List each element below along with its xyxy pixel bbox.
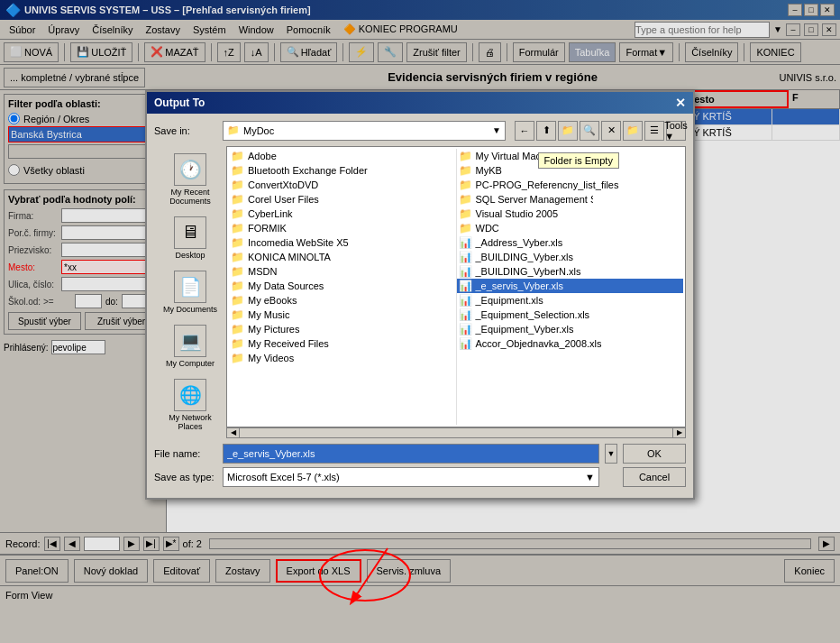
folder2-button[interactable]: 📁 [623, 121, 643, 141]
cancel-button[interactable]: Cancel [623, 467, 686, 487]
save-type-arrow: ▼ [585, 472, 595, 482]
arrow-annotation [315, 539, 424, 611]
up-button[interactable]: ⬆ [536, 121, 556, 141]
folder-empty-tooltip: Folder is Empty [538, 152, 619, 169]
list-item[interactable]: 📁ConvertXtoDVD [229, 178, 456, 192]
list-item[interactable]: 📁PC-PROG_Referencny_list_files [457, 178, 684, 192]
list-item[interactable]: 📊_Equipment.xls [457, 293, 684, 308]
list-item[interactable]: 📁KONICA MINOLTA [229, 250, 456, 264]
back-button[interactable]: ← [515, 121, 534, 141]
folder-icon: 📁 [231, 207, 244, 220]
dialog-toolbar: ← ⬆ 📁 🔍 ✕ 📁 ☰ Tools ▼ [515, 121, 686, 141]
list-item[interactable]: 📊Accor_Objednavka_2008.xls [457, 336, 684, 351]
file-list-container: 📁Adobe 📁Bluetooth Exchange Folder 📁Conve… [226, 146, 686, 438]
folder-icon: 📁 [231, 265, 244, 278]
list-item[interactable]: 📁CyberLink [229, 207, 456, 221]
scroll-track [240, 428, 672, 437]
folder-icon: 📁 [231, 323, 244, 335]
view-button[interactable]: ☰ [644, 121, 664, 141]
folder-icon: 📁 [231, 280, 244, 292]
place-desktop[interactable]: 🖥 Desktop [159, 213, 222, 263]
place-my-computer[interactable]: 💻 My Computer [159, 321, 222, 372]
list-item[interactable]: 📊_Equipment_Selection.xls [457, 308, 684, 322]
list-item[interactable]: 📊_BUILDING_VyberN.xls [457, 264, 684, 279]
list-item[interactable]: 📁WDC [457, 221, 684, 235]
save-type-combo[interactable]: Microsoft Excel 5-7 (*.xls) ▼ [223, 467, 599, 487]
place-recent[interactable]: 🕐 My Recent Documents [159, 150, 222, 209]
folder-icon: 📁 [231, 251, 244, 263]
scroll-right-btn[interactable]: ▶ [672, 428, 685, 437]
save-in-combo[interactable]: 📁 MyDoc ▼ [223, 121, 506, 141]
list-item[interactable]: 📁My Received Files [229, 336, 456, 351]
list-item[interactable]: 📊_BUILDING_Vyber.xls [457, 250, 684, 264]
folder-icon: 📁 [459, 164, 472, 177]
folder-icon: 📁 [231, 179, 244, 191]
filename-row: File name: ▼ OK [154, 444, 686, 464]
place-network[interactable]: 🌐 My Network Places [159, 375, 222, 435]
list-item[interactable]: 📁Corel User Files [229, 192, 456, 207]
file-col1: 📁Adobe 📁Bluetooth Exchange Folder 📁Conve… [229, 149, 457, 425]
desktop-icon: 🖥 [174, 216, 206, 249]
dialog-body: Save in: 📁 MyDoc ▼ ← ⬆ 📁 🔍 ✕ [147, 114, 693, 498]
list-item[interactable]: 📁My Music [229, 308, 456, 322]
file-list-scrollbar[interactable]: ◀ ▶ [226, 427, 686, 438]
xls-icon: 📊 [459, 323, 472, 335]
list-item[interactable]: 📁MSDN [229, 264, 456, 279]
dialog-title-text: Output To [154, 96, 205, 109]
folder-icon: 📁 [231, 352, 244, 364]
folder-icon: 📁 [231, 308, 244, 321]
list-item[interactable]: 📁My Data Sources [229, 279, 456, 293]
network-icon: 🌐 [174, 379, 206, 411]
list-item[interactable]: 📁My eBooks [229, 293, 456, 308]
place-my-computer-label: My Computer [166, 359, 215, 368]
xls-icon: 📊 [459, 265, 472, 278]
dialog-title-bar: Output To ✕ [147, 92, 693, 114]
list-item-selected[interactable]: 📊_e_servis_Vyber.xls [457, 279, 684, 293]
list-item[interactable]: 📁SQL Server Management Studio Expr [457, 192, 684, 207]
file-places: 🕐 My Recent Documents 🖥 Desktop 📄 My Doc… [154, 146, 226, 438]
place-recent-label: My Recent Documents [162, 188, 218, 206]
list-item[interactable]: 📊_Address_Vyber.xls [457, 235, 684, 250]
list-item[interactable]: 📁FORMIK [229, 221, 456, 235]
list-item[interactable]: 📁Bluetooth Exchange Folder [229, 163, 456, 178]
folder-icon: 📁 [459, 207, 472, 220]
place-my-docs[interactable]: 📄 My Documents [159, 267, 222, 317]
file-name-label: File name: [154, 448, 217, 459]
file-col2: 📁My Virtual Machines 📁MyKB 📁PC-PROG_Refe… [457, 149, 684, 425]
my-docs-icon: 📄 [174, 271, 206, 303]
folder-icon: 📁 [459, 193, 472, 206]
recent-icon: 🕐 [174, 153, 206, 186]
file-list: 📁Adobe 📁Bluetooth Exchange Folder 📁Conve… [226, 146, 686, 427]
folder-icon: 📁 [459, 222, 472, 234]
place-network-label: My Network Places [162, 413, 218, 431]
file-name-input[interactable] [223, 444, 599, 464]
list-item[interactable]: 📁Incomedia WebSite X5 [229, 235, 456, 250]
xls-icon: 📊 [459, 280, 472, 292]
xls-icon: 📊 [459, 236, 472, 249]
delete-button[interactable]: ✕ [601, 121, 621, 141]
tools-button[interactable]: Tools ▼ [666, 121, 686, 141]
list-item[interactable]: 📊_Equipment_Vyber.xls [457, 322, 684, 336]
xls-icon: 📊 [459, 294, 472, 307]
savetype-row: Save as type: Microsoft Excel 5-7 (*.xls… [154, 467, 686, 487]
save-in-value: MyDoc [243, 125, 274, 136]
xls-icon: 📊 [459, 251, 472, 263]
filename-dropdown-btn[interactable]: ▼ [605, 444, 617, 464]
list-item[interactable]: 📁My Videos [229, 351, 456, 365]
dialog-close-button[interactable]: ✕ [675, 96, 686, 110]
ok-button[interactable]: OK [623, 444, 686, 464]
folder-icon: 📁 [231, 150, 244, 162]
save-in-label: Save in: [154, 125, 217, 136]
folder-icon: 📁 [231, 294, 244, 307]
list-item[interactable]: 📁Adobe [229, 149, 456, 163]
scroll-left-btn[interactable]: ◀ [227, 428, 240, 437]
place-my-docs-label: My Documents [163, 305, 217, 314]
list-item[interactable]: 📁Visual Studio 2005 [457, 207, 684, 221]
search-files-button[interactable]: 🔍 [580, 121, 599, 141]
folder-icon: 📁 [231, 164, 244, 177]
list-item[interactable]: 📁My Pictures [229, 322, 456, 336]
new-folder-button[interactable]: 📁 [558, 121, 578, 141]
save-in-arrow: ▼ [492, 125, 501, 135]
output-dialog: Output To ✕ Save in: 📁 MyDoc ▼ [145, 90, 695, 500]
xls-icon: 📊 [459, 337, 472, 350]
